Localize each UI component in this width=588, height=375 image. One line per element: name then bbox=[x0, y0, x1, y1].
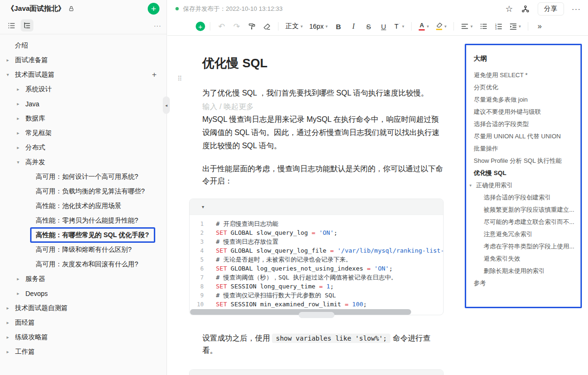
paragraph[interactable]: MySQL 慢查询日志是用来记录 MySQL 在执行命令中，响应时间超过预设阈值… bbox=[202, 113, 444, 152]
chevron-right-icon[interactable]: ▸ bbox=[17, 130, 25, 136]
code-resize-handle[interactable] bbox=[299, 312, 334, 318]
redo-button[interactable]: ↷ bbox=[231, 20, 242, 32]
chevron-down-icon[interactable]: ▾ bbox=[469, 183, 476, 188]
document[interactable]: 优化慢 SQL ⠿ 为了优化慢 SQL ，我们首先要找到哪些 SQL 语句执行速… bbox=[202, 36, 444, 375]
add-book-item-button[interactable]: + bbox=[148, 3, 159, 15]
doc-title[interactable]: 优化慢 SQL bbox=[202, 55, 444, 71]
chevron-down-icon[interactable]: ▾ bbox=[7, 72, 15, 77]
spacing-dropdown[interactable]: T˙ ▾ bbox=[393, 20, 405, 32]
outline-item[interactable]: 优化慢 SQL bbox=[466, 167, 576, 179]
outline-item[interactable]: Show Profile 分析 SQL 执行性能 bbox=[466, 155, 576, 167]
outline-item[interactable]: 尽量用 UNION ALL 代替 UNION bbox=[466, 130, 576, 143]
sidebar-item[interactable]: ▸服务器 bbox=[0, 271, 167, 286]
collaborate-icon[interactable] bbox=[521, 5, 530, 13]
sidebar-item[interactable]: ▸常见框架 bbox=[0, 126, 167, 140]
code-block[interactable]: ▾ 1| Variable_name | Value | bbox=[189, 369, 444, 375]
italic-button[interactable]: I bbox=[348, 20, 359, 32]
outline-item[interactable]: 选择合适的字段创建索引 bbox=[466, 191, 576, 204]
outline-item[interactable]: 被频繁更新的字段应该慎重建立... bbox=[466, 204, 576, 216]
chevron-right-icon[interactable]: ▸ bbox=[7, 57, 15, 63]
outline-item[interactable]: ▾正确使用索引 bbox=[466, 179, 576, 191]
paragraph[interactable]: 为了优化慢 SQL ，我们首先要找到哪些 SQL 语句执行速度比较慢。 bbox=[202, 87, 444, 99]
sidebar-item[interactable]: ▸面经篇 bbox=[0, 315, 167, 330]
sidebar-item[interactable]: 高可用：负载均衡的常见算法有哪些? bbox=[0, 184, 167, 199]
bold-button[interactable]: B bbox=[333, 20, 344, 32]
sidebar-item[interactable]: ▸数据库 bbox=[0, 111, 167, 126]
outline-item[interactable]: 参考 bbox=[466, 277, 576, 289]
outline-item[interactable]: 选择合适的字段类型 bbox=[466, 118, 576, 130]
editor-placeholder[interactable]: 输入 / 唤起更多 bbox=[202, 101, 444, 113]
undo-button[interactable]: ↶ bbox=[216, 20, 227, 32]
paragraph[interactable]: 出于性能层面的考虑，慢查询日志功能默认是关闭的，你可以通过以下命令开启： bbox=[202, 163, 444, 187]
chevron-right-icon[interactable]: ▸ bbox=[7, 335, 15, 340]
sidebar-item[interactable]: 高性能：池化技术的应用场景 bbox=[0, 199, 167, 213]
chevron-right-icon[interactable]: ▸ bbox=[7, 349, 15, 354]
underline-button[interactable]: U bbox=[378, 20, 389, 32]
sidebar-more-button[interactable]: ··· bbox=[154, 22, 161, 29]
tree-view-button[interactable] bbox=[21, 19, 33, 32]
sidebar-collapse-handle[interactable]: ◂ bbox=[163, 96, 170, 114]
code-block[interactable]: ▾ 1# 开启慢查询日志功能2SET GLOBAL slow_query_log… bbox=[189, 199, 444, 315]
paragraph[interactable]: 设置成功之后，使用 show variables like 'slow%'; 命… bbox=[202, 332, 444, 357]
more-tools-button[interactable]: » bbox=[534, 20, 545, 32]
strikethrough-button[interactable]: S bbox=[363, 20, 374, 32]
outline-item[interactable]: 尽量避免多表做 join bbox=[466, 94, 576, 106]
sidebar-item[interactable]: 高性能：零拷贝为什么能提升性能? bbox=[0, 213, 167, 228]
outline-item[interactable]: 考虑在字符串类型的字段上使用... bbox=[466, 240, 576, 253]
sidebar-item[interactable]: ▸分布式 bbox=[0, 140, 167, 155]
outline-item[interactable]: 注意避免冗余索引 bbox=[466, 228, 576, 240]
more-actions-button[interactable]: ··· bbox=[572, 5, 581, 13]
font-color-dropdown[interactable]: A ▾ bbox=[417, 20, 430, 32]
outline-item[interactable]: 避免索引失效 bbox=[466, 253, 576, 265]
sidebar-item[interactable]: ▸Java bbox=[0, 96, 167, 111]
book-title: 《Java面试指北》 bbox=[7, 4, 65, 13]
chevron-right-icon[interactable]: ▸ bbox=[17, 87, 25, 92]
chevron-right-icon[interactable]: ▸ bbox=[17, 101, 25, 106]
collapse-code-icon[interactable]: ▾ bbox=[202, 204, 204, 209]
highlight-color-dropdown[interactable]: ▾ bbox=[434, 20, 448, 32]
add-page-icon[interactable]: + bbox=[152, 70, 157, 80]
indent-dropdown[interactable]: ▾ bbox=[508, 20, 523, 32]
sidebar-item[interactable]: ▸系统设计 bbox=[0, 82, 167, 96]
outline-item[interactable]: 批量操作 bbox=[466, 143, 576, 155]
outline-item[interactable]: 分页优化 bbox=[466, 81, 576, 94]
drag-handle-icon[interactable]: ⠿ bbox=[177, 75, 182, 82]
code-text: # 慢查询日志存放位置 bbox=[204, 238, 278, 246]
chevron-right-icon[interactable]: ▸ bbox=[7, 305, 15, 311]
outline-item[interactable]: 建议不要使用外键与级联 bbox=[466, 106, 576, 118]
align-dropdown[interactable]: ▾ bbox=[460, 20, 474, 32]
chevron-right-icon[interactable]: ▸ bbox=[17, 276, 25, 281]
sidebar-item[interactable]: ▾技术面试题篇+ bbox=[0, 67, 167, 82]
sidebar-header: 《Java面试指北》 + bbox=[0, 0, 167, 17]
outline-item[interactable]: 尽可能的考虑建立联合索引而不... bbox=[466, 216, 576, 228]
outline-item[interactable]: 避免使用 SELECT * bbox=[466, 69, 576, 81]
share-button[interactable]: 分享 bbox=[538, 2, 564, 16]
sidebar-item[interactable]: ▸工作篇 bbox=[0, 344, 167, 359]
bullet-list-button[interactable] bbox=[478, 20, 489, 32]
sidebar-item[interactable]: ▸技术面试题自测篇 bbox=[0, 301, 167, 315]
sidebar-item[interactable]: ▾高并发 bbox=[0, 155, 167, 169]
paragraph-style-dropdown[interactable]: 正文 ▾ bbox=[284, 20, 304, 32]
chevron-down-icon[interactable]: ▾ bbox=[17, 160, 25, 165]
chevron-right-icon[interactable]: ▸ bbox=[17, 291, 25, 296]
sidebar-item[interactable]: 高可用：如何设计一个高可用系统? bbox=[0, 169, 167, 184]
chevron-right-icon[interactable]: ▸ bbox=[17, 145, 25, 150]
sidebar-item[interactable]: 高可用：降级和熔断有什么区别? bbox=[0, 242, 167, 257]
sidebar-item[interactable]: ▸面试准备篇 bbox=[0, 53, 167, 67]
font-size-dropdown[interactable]: 16px ▾ bbox=[308, 20, 329, 32]
numbered-list-button[interactable]: 1 2 3 bbox=[493, 20, 504, 32]
sidebar-item[interactable]: ▸Devops bbox=[0, 286, 167, 301]
chevron-right-icon[interactable]: ▸ bbox=[17, 116, 25, 121]
code-token: = bbox=[367, 265, 371, 272]
outline-item[interactable]: 删除长期未使用的索引 bbox=[466, 265, 576, 277]
sidebar-item[interactable]: 高性能：有哪些常见的 SQL 优化手段? bbox=[0, 228, 167, 242]
sidebar-item[interactable]: 高可用：灰度发布和回滚有什么用? bbox=[0, 257, 167, 271]
list-view-button[interactable] bbox=[5, 19, 18, 32]
insert-block-button[interactable]: + bbox=[196, 22, 205, 31]
clear-format-button[interactable] bbox=[261, 20, 272, 32]
chevron-right-icon[interactable]: ▸ bbox=[7, 320, 15, 325]
sidebar-item[interactable]: 介绍 bbox=[0, 38, 167, 53]
format-painter-button[interactable] bbox=[246, 20, 257, 32]
star-icon[interactable]: ☆ bbox=[505, 5, 513, 13]
sidebar-item[interactable]: ▸练级攻略篇 bbox=[0, 330, 167, 344]
